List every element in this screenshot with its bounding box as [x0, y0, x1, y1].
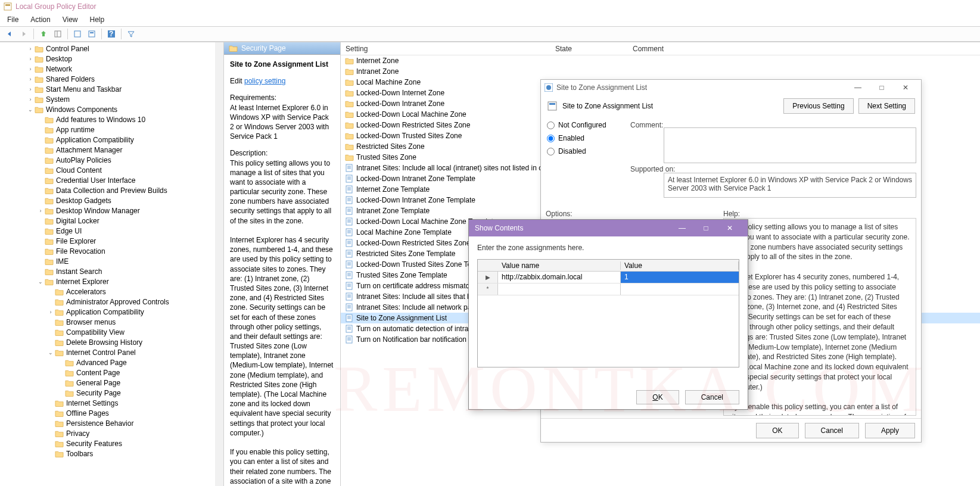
tree-item[interactable]: General Page [2, 378, 223, 388]
tree-item[interactable]: Content Page [2, 367, 223, 378]
tree-item[interactable]: ⌄Internet Control Panel [2, 347, 223, 357]
toolbar: ? [0, 26, 980, 42]
window-titlebar: Local Group Policy Editor [0, 0, 980, 13]
up-button[interactable] [38, 28, 49, 40]
show-contents-dialog: Show Contents — □ ✕ Enter the zone assig… [468, 219, 748, 410]
window-title: Local Group Policy Editor [15, 2, 96, 11]
navigation-tree[interactable]: ›Control Panel›Desktop›Network›Shared Fo… [0, 42, 224, 486]
tree-item[interactable]: Application Compatibility [2, 135, 223, 145]
tree-item[interactable]: ›Desktop Window Manager [2, 205, 223, 216]
tree-item[interactable]: ›System [2, 94, 223, 104]
tree-item[interactable]: IME [2, 256, 223, 266]
tree-item[interactable]: ⌄Windows Components [2, 104, 223, 114]
tree-item[interactable]: Attachment Manager [2, 145, 223, 155]
maximize-button[interactable]: □ [870, 81, 894, 94]
tree-item[interactable]: Security Features [2, 438, 223, 448]
dialog-title: Site to Zone Assignment List [556, 83, 647, 92]
tree-item[interactable]: ›Shared Folders [2, 74, 223, 84]
menu-action[interactable]: Action [30, 15, 50, 24]
menu-file[interactable]: File [7, 15, 18, 24]
tree-item[interactable]: ›Desktop [2, 54, 223, 64]
radio-enabled[interactable]: Enabled [547, 134, 624, 142]
list-item[interactable]: Intranet Zone [341, 66, 980, 77]
help-button[interactable]: ? [105, 28, 117, 40]
ok-button[interactable]: OK [636, 390, 679, 404]
requirements-text: At least Internet Explorer 6.0 in Window… [230, 103, 334, 142]
previous-setting-button[interactable]: Previous Setting [783, 98, 853, 114]
cancel-button[interactable]: Cancel [805, 423, 859, 438]
col-setting[interactable]: Setting [341, 45, 555, 53]
tree-item[interactable]: ›Control Panel [2, 43, 223, 54]
close-button[interactable]: ✕ [894, 81, 917, 94]
menu-help[interactable]: Help [90, 15, 105, 24]
tree-item[interactable]: Browser menus [2, 317, 223, 327]
tree-item[interactable]: ›Network [2, 64, 223, 74]
show-hide-tree-button[interactable] [52, 28, 64, 40]
close-button[interactable]: ✕ [718, 220, 742, 236]
description-text: This policy setting allows you to manage… [230, 158, 334, 487]
col-comment[interactable]: Comment [633, 45, 980, 53]
tree-item[interactable]: File Explorer [2, 236, 223, 246]
next-setting-button[interactable]: Next Setting [858, 98, 915, 114]
tree-item[interactable]: Instant Search [2, 266, 223, 276]
comment-textbox[interactable] [664, 127, 916, 163]
edit-policy-link[interactable]: policy setting [244, 77, 285, 85]
grid-col-value[interactable]: Value [621, 261, 739, 270]
minimize-button[interactable]: — [846, 81, 870, 94]
grid-col-name[interactable]: Value name [498, 261, 621, 270]
tree-item[interactable]: Add features to Windows 10 [2, 114, 223, 124]
tree-item[interactable]: Accelerators [2, 286, 223, 297]
details-pane: Security Page Site to Zone Assignment Li… [224, 42, 341, 486]
grid-new-row[interactable]: * [478, 284, 739, 295]
tree-item[interactable]: Edge UI [2, 226, 223, 236]
details-header-title: Security Page [241, 44, 286, 52]
back-button[interactable] [4, 28, 15, 40]
tree-item[interactable]: App runtime [2, 124, 223, 135]
radio-disabled[interactable]: Disabled [547, 147, 624, 155]
tree-item[interactable]: Advanced Page [2, 357, 223, 367]
refresh-button[interactable] [86, 28, 98, 40]
tree-item[interactable]: Internet Settings [2, 398, 223, 408]
minimize-button[interactable]: — [670, 220, 694, 236]
cancel-button[interactable]: Cancel [685, 390, 739, 404]
tree-item[interactable]: AutoPlay Policies [2, 155, 223, 165]
ok-button[interactable]: OK [756, 423, 798, 438]
tree-item[interactable]: Data Collection and Preview Builds [2, 185, 223, 195]
options-label: Options: [546, 210, 718, 218]
zone-assignments-grid[interactable]: Value name Value ▶ http://zabbix.domain.… [477, 259, 739, 367]
tree-item[interactable]: Privacy [2, 428, 223, 438]
tree-item[interactable]: Desktop Gadgets [2, 195, 223, 205]
tree-item[interactable]: Credential User Interface [2, 175, 223, 185]
filter-button[interactable] [125, 28, 137, 40]
list-item[interactable]: Internet Zone [341, 55, 980, 66]
tree-item[interactable]: Offline Pages [2, 408, 223, 418]
supported-textbox: At least Internet Explorer 6.0 in Window… [664, 173, 916, 198]
tree-item[interactable]: Toolbars [2, 448, 223, 459]
scrollbar[interactable] [215, 42, 223, 486]
tree-item[interactable]: Compatibility View [2, 327, 223, 337]
tree-item[interactable]: Digital Locker [2, 216, 223, 226]
grid-row[interactable]: ▶ http://zabbix.domain.local 1 [478, 272, 739, 284]
tree-item[interactable]: Delete Browsing History [2, 337, 223, 347]
maximize-button[interactable]: □ [694, 220, 718, 236]
description-label: Description: [230, 148, 334, 158]
col-state[interactable]: State [555, 45, 633, 53]
grid-cell-name[interactable]: http://zabbix.domain.local [498, 272, 621, 283]
tree-item[interactable]: Security Page [2, 388, 223, 398]
tree-item[interactable]: Persistence Behavior [2, 418, 223, 428]
forward-button[interactable] [18, 28, 30, 40]
help-textbox[interactable]: This policy setting allows you to manage… [723, 218, 916, 416]
tree-item[interactable]: ›Application Compatibility [2, 307, 223, 317]
tree-item[interactable]: Cloud Content [2, 165, 223, 175]
comment-label: Comment: [630, 121, 663, 129]
tree-item[interactable]: ›Start Menu and Taskbar [2, 84, 223, 94]
tree-item[interactable]: Administrator Approved Controls [2, 297, 223, 307]
svg-rect-5 [5, 4, 10, 6]
tree-item[interactable]: ⌄Internet Explorer [2, 276, 223, 286]
tree-item[interactable]: File Revocation [2, 246, 223, 256]
menu-view[interactable]: View [63, 15, 78, 24]
export-button[interactable] [71, 28, 83, 40]
radio-not-configured[interactable]: Not Configured [547, 121, 624, 129]
apply-button[interactable]: Apply [865, 423, 915, 438]
grid-cell-value[interactable]: 1 [621, 272, 739, 283]
